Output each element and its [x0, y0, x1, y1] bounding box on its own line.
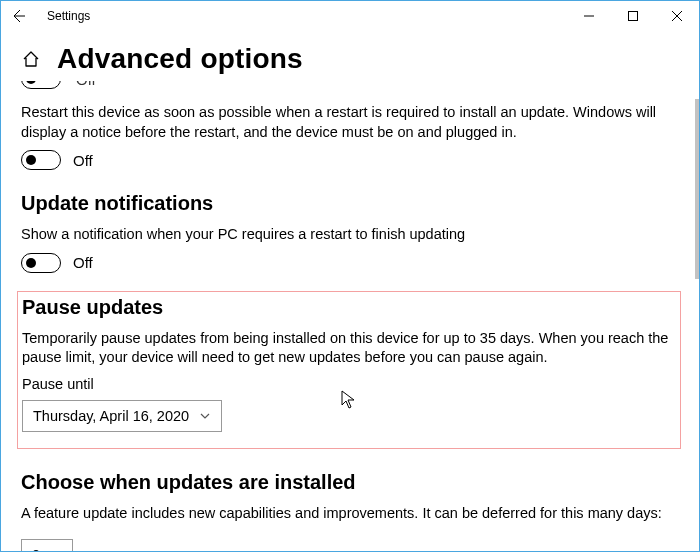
- back-button[interactable]: [4, 2, 32, 30]
- pause-description: Temporarily pause updates from being ins…: [22, 329, 672, 368]
- home-button[interactable]: [21, 49, 41, 69]
- cutoff-toggle-row: Off: [21, 81, 679, 97]
- cutoff-toggle[interactable]: [21, 81, 61, 89]
- content: Advanced options Off Restart this device…: [1, 43, 699, 551]
- heading-row: Advanced options: [21, 43, 679, 75]
- feature-update-description: A feature update includes new capabiliti…: [21, 504, 676, 524]
- section-heading-pause: Pause updates: [22, 296, 672, 319]
- pause-until-label: Pause until: [22, 376, 672, 392]
- pause-until-value: Thursday, April 16, 2020: [33, 408, 189, 424]
- scroll-area: Advanced options Off Restart this device…: [1, 31, 699, 551]
- cutoff-toggle-label: Off: [76, 81, 96, 88]
- restart-toggle[interactable]: [21, 150, 61, 170]
- restart-toggle-label: Off: [73, 152, 93, 169]
- window-title: Settings: [47, 9, 90, 23]
- back-arrow-icon: [10, 8, 26, 24]
- titlebar: Settings: [1, 1, 699, 31]
- minimize-icon: [584, 11, 594, 21]
- pause-updates-highlight: Pause updates Temporarily pause updates …: [17, 291, 681, 449]
- toggle-knob: [26, 155, 36, 165]
- feature-defer-value: 0: [32, 547, 40, 551]
- restart-toggle-row: Off: [21, 150, 679, 170]
- feature-defer-dropdown[interactable]: 0: [21, 539, 73, 551]
- window-buttons: [567, 1, 699, 31]
- maximize-icon: [628, 11, 638, 21]
- close-icon: [672, 11, 682, 21]
- notifications-toggle-row: Off: [21, 253, 679, 273]
- minimize-button[interactable]: [567, 1, 611, 31]
- restart-description: Restart this device as soon as possible …: [21, 103, 676, 142]
- section-heading-choose: Choose when updates are installed: [21, 471, 679, 494]
- notifications-toggle[interactable]: [21, 253, 61, 273]
- chevron-down-icon: [199, 410, 211, 422]
- close-button[interactable]: [655, 1, 699, 31]
- chevron-down-icon: [50, 549, 62, 551]
- notifications-description: Show a notification when your PC require…: [21, 225, 676, 245]
- notifications-toggle-label: Off: [73, 254, 93, 271]
- toggle-knob: [26, 258, 36, 268]
- scrollbar-thumb[interactable]: [695, 99, 699, 279]
- home-icon: [21, 49, 41, 69]
- svg-rect-0: [629, 12, 638, 21]
- pause-until-dropdown[interactable]: Thursday, April 16, 2020: [22, 400, 222, 432]
- toggle-knob: [26, 81, 36, 84]
- maximize-button[interactable]: [611, 1, 655, 31]
- section-heading-notifications: Update notifications: [21, 192, 679, 215]
- page-title: Advanced options: [57, 43, 303, 75]
